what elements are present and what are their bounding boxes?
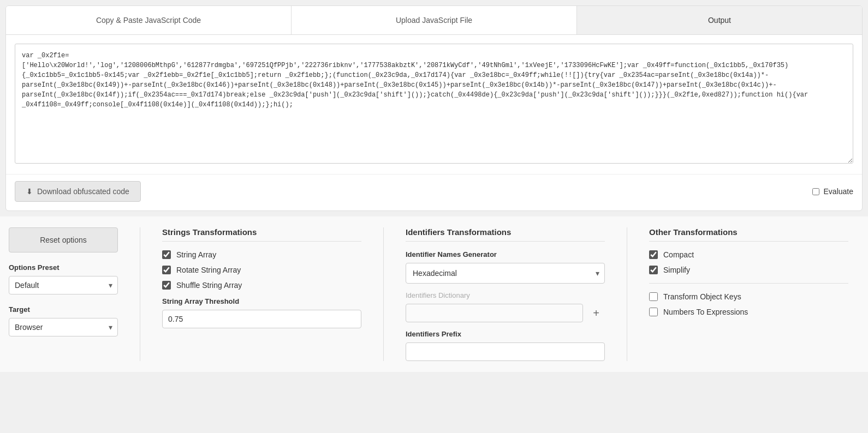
rotate-string-array-row: Rotate String Array (162, 266, 361, 274)
strings-col: Strings Transformations String Array Rot… (151, 227, 372, 361)
other-col: Other Transformations Compact Simplify T… (638, 227, 859, 361)
numbers-to-expressions-label: Numbers To Expressions (663, 308, 748, 316)
dictionary-input[interactable] (406, 304, 583, 322)
simplify-checkbox[interactable] (649, 266, 658, 274)
simplify-row: Simplify (649, 266, 848, 274)
options-section: Reset options Options Preset Default Low… (0, 216, 868, 372)
threshold-label: String Array Threshold (162, 297, 361, 305)
generator-label: Identifier Names Generator (406, 250, 605, 258)
transform-object-keys-row: Transform Object Keys (649, 292, 848, 301)
tab-upload[interactable]: Upload JavaScript File (292, 6, 577, 34)
options-preset-group: Options Preset Default Low Medium High ▾ (9, 263, 118, 294)
compact-label: Compact (663, 250, 694, 259)
divider-3 (627, 227, 627, 361)
target-select[interactable]: Browser Node ES5 (9, 318, 118, 336)
shuffle-string-array-label: Shuffle String Array (176, 281, 242, 290)
other-col-title: Other Transformations (649, 227, 848, 242)
dictionary-label: Identifiers Dictionary (406, 291, 605, 299)
evaluate-wrap: Evaluate (812, 187, 853, 196)
string-array-label: String Array (176, 250, 216, 259)
tab-output[interactable]: Output (577, 6, 862, 34)
reset-options-button[interactable]: Reset options (9, 227, 118, 252)
rotate-string-array-checkbox[interactable] (162, 266, 171, 274)
evaluate-label: Evaluate (824, 187, 853, 196)
compact-row: Compact (649, 250, 848, 259)
divider-1 (140, 227, 140, 361)
string-array-row: String Array (162, 250, 361, 259)
options-preset-select-wrap: Default Low Medium High ▾ (9, 276, 118, 294)
divider-2 (383, 227, 384, 361)
shuffle-string-array-checkbox[interactable] (162, 281, 171, 290)
identifiers-col-title: Identifiers Transformations (406, 227, 605, 242)
prefix-label: Identifiers Prefix (406, 330, 605, 338)
dictionary-input-row: + (406, 304, 605, 322)
main-container: Copy & Paste JavaScript Code Upload Java… (5, 5, 863, 211)
code-section (6, 35, 862, 175)
target-group: Target Browser Node ES5 ▾ (9, 305, 118, 336)
download-icon: ⬇ (26, 187, 33, 196)
identifiers-col: Identifiers Transformations Identifier N… (395, 227, 616, 361)
rotate-string-array-label: Rotate String Array (176, 266, 241, 274)
action-bar: ⬇ Download obfuscated code Evaluate (6, 175, 862, 211)
threshold-input[interactable] (162, 310, 361, 328)
other-divider (649, 283, 848, 284)
shuffle-string-array-row: Shuffle String Array (162, 281, 361, 290)
target-label: Target (9, 305, 118, 314)
prefix-input[interactable] (406, 342, 605, 361)
simplify-label: Simplify (663, 266, 690, 274)
add-dictionary-button[interactable]: + (587, 304, 605, 322)
options-preset-select[interactable]: Default Low Medium High (9, 276, 118, 294)
generator-select-wrap: Hexadecimal Mangled Dictionary ▾ (406, 263, 605, 284)
numbers-to-expressions-checkbox[interactable] (649, 308, 658, 316)
transform-object-keys-label: Transform Object Keys (663, 292, 741, 301)
options-preset-label: Options Preset (9, 263, 118, 272)
strings-col-title: Strings Transformations (162, 227, 361, 242)
generator-select[interactable]: Hexadecimal Mangled Dictionary (406, 263, 605, 284)
compact-checkbox[interactable] (649, 250, 658, 259)
string-array-checkbox[interactable] (162, 250, 171, 259)
download-button[interactable]: ⬇ Download obfuscated code (15, 181, 141, 202)
transform-object-keys-checkbox[interactable] (649, 292, 658, 301)
numbers-to-expressions-row: Numbers To Expressions (649, 308, 848, 316)
evaluate-checkbox[interactable] (812, 188, 819, 195)
tab-bar: Copy & Paste JavaScript Code Upload Java… (6, 6, 862, 35)
code-textarea[interactable] (15, 44, 853, 164)
left-panel: Reset options Options Preset Default Low… (9, 227, 129, 361)
target-select-wrap: Browser Node ES5 ▾ (9, 318, 118, 336)
tab-copy-paste[interactable]: Copy & Paste JavaScript Code (6, 6, 292, 34)
download-label: Download obfuscated code (37, 187, 129, 196)
